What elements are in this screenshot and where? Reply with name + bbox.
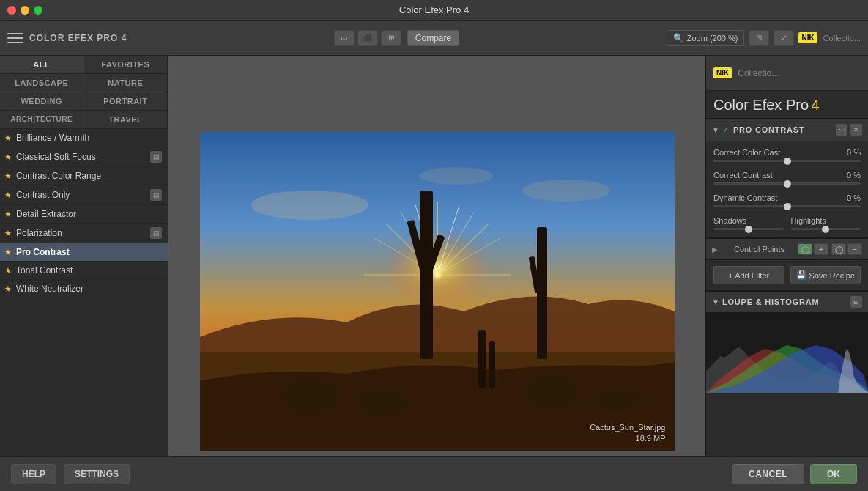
title-bar: Color Efex Pro 4: [0, 0, 868, 21]
dynamic-contrast-value: 0 %: [847, 193, 861, 202]
add-filter-button[interactable]: + Add Filter: [713, 266, 784, 284]
cp-add-group: ◯ +: [798, 243, 828, 255]
svg-point-25: [596, 386, 639, 413]
grid-view-button[interactable]: ⊞: [381, 30, 401, 46]
cp-toggle-button[interactable]: ◯: [798, 243, 812, 255]
filter-name: Polarization: [16, 228, 150, 238]
close-button[interactable]: [7, 6, 16, 15]
hamburger-line-3: [7, 42, 23, 43]
ok-button[interactable]: OK: [810, 464, 857, 484]
save-recipe-button[interactable]: 💾 Save Recipe: [790, 266, 861, 284]
slider-label-row: Correct Color Cast 0 %: [713, 148, 861, 157]
nikon-badge: NIK: [798, 32, 817, 43]
bottom-left-buttons: HELP SETTINGS: [11, 464, 130, 484]
cancel-button[interactable]: CANCEL: [732, 464, 804, 484]
view-options-button[interactable]: ⊡: [749, 30, 769, 46]
star-icon: ★: [4, 284, 12, 294]
correct-contrast-label: Correct Contrast: [713, 171, 773, 180]
cp-add-button[interactable]: +: [814, 243, 828, 255]
image-container: Cactus_Sun_Star.jpg 18.9 MP: [200, 132, 675, 451]
slider-thumb[interactable]: [784, 158, 791, 165]
hamburger-line-2: [7, 37, 23, 39]
filter-item-brilliance[interactable]: ★ Brilliance / Warmth: [0, 129, 168, 147]
panel-version: 4: [811, 97, 819, 113]
loupe-options-button[interactable]: ⊞: [850, 296, 862, 308]
tab-architecture[interactable]: ARCHITECTURE: [0, 111, 84, 129]
svg-rect-21: [489, 341, 495, 388]
toolbar-right: 🔍 Zoom (200 %) ⊡ ⤢ NIK Collectio...: [667, 30, 861, 46]
tab-all[interactable]: ALL: [0, 56, 84, 74]
filter-name: Contrast Color Range: [16, 171, 162, 181]
loupe-collapse-icon: ▼: [712, 298, 719, 306]
pro-contrast-header[interactable]: ▼ ✓ PRO CONTRAST ⋯ ✕: [706, 119, 868, 141]
loupe-header[interactable]: ▼ LOUPE & HISTOGRAM ⊞: [706, 291, 868, 312]
control-points-row: ▶ Control Points ◯ + ◯ −: [706, 238, 868, 259]
control-points-label: Control Points: [734, 245, 784, 254]
svg-rect-20: [478, 330, 486, 388]
filter-name: Classical Soft Focus: [16, 152, 150, 162]
slider-thumb[interactable]: [784, 203, 791, 210]
section-icons: ⋯ ✕: [836, 124, 862, 136]
toolbar-left: COLOR EFEX PRO 4: [7, 32, 127, 45]
histogram: [706, 312, 868, 393]
filter-name: White Neutralizer: [16, 284, 162, 294]
filter-name: Detail Extractor: [16, 209, 162, 219]
slider-thumb[interactable]: [784, 180, 791, 188]
category-tabs: ALL FAVORITES LANDSCAPE NATURE WEDDING P…: [0, 56, 168, 129]
loupe-title: LOUPE & HISTOGRAM: [722, 298, 847, 306]
split-view-button[interactable]: ⬛: [357, 30, 378, 46]
filter-item-pro-contrast[interactable]: ★ Pro Contrast: [0, 243, 168, 262]
section-options-button[interactable]: ⋯: [836, 124, 847, 136]
hamburger-line-1: [7, 33, 23, 34]
filter-item-polarization[interactable]: ★ Polarization ▤: [0, 224, 168, 243]
star-icon: ★: [4, 133, 12, 143]
highlights-slider[interactable]: [791, 228, 861, 230]
filter-item-detail[interactable]: ★ Detail Extractor: [0, 205, 168, 224]
fullscreen-button[interactable]: ⤢: [774, 30, 794, 46]
slider-thumb[interactable]: [822, 226, 829, 233]
shadows-slider[interactable]: [713, 228, 784, 230]
single-view-button[interactable]: ▭: [334, 30, 355, 46]
slider-thumb[interactable]: [745, 226, 752, 233]
shadows-slider-group: Shadows: [713, 216, 784, 230]
compare-button[interactable]: Compare: [407, 30, 459, 46]
correct-contrast-value: 0 %: [847, 171, 861, 180]
control-points-arrow[interactable]: ▶: [712, 246, 718, 254]
tab-portrait[interactable]: PORTRAIT: [84, 92, 168, 111]
svg-point-28: [420, 167, 493, 185]
filter-item-white[interactable]: ★ White Neutralizer: [0, 280, 168, 298]
help-button[interactable]: HELP: [11, 464, 56, 484]
filter-item-tonal[interactable]: ★ Tonal Contrast: [0, 262, 168, 280]
settings-button[interactable]: SETTINGS: [64, 464, 130, 484]
filter-list: ★ Brilliance / Warmth ★ Classical Soft F…: [0, 129, 168, 484]
tab-nature[interactable]: NATURE: [84, 74, 168, 92]
tab-wedding[interactable]: WEDDING: [0, 92, 84, 111]
filter-actions: + Add Filter 💾 Save Recipe: [706, 259, 868, 291]
tab-favorites[interactable]: FAVORITES: [84, 56, 168, 74]
pro-contrast-content: Correct Color Cast 0 % Correct Contrast …: [706, 141, 868, 237]
top-toolbar: COLOR EFEX PRO 4 ▭ ⬛ ⊞ Compare 🔍 Zoom (2…: [0, 21, 868, 56]
image-area: Cactus_Sun_Star.jpg 18.9 MP: [168, 56, 705, 491]
star-icon: ★: [4, 191, 12, 200]
tab-travel[interactable]: TRAVEL: [84, 111, 168, 129]
filter-item-contrast-only[interactable]: ★ Contrast Only ▤: [0, 185, 168, 205]
app-name-label: COLOR EFEX PRO 4: [29, 33, 127, 43]
tab-landscape[interactable]: LANDSCAPE: [0, 74, 84, 92]
correct-color-cast-slider[interactable]: [713, 160, 861, 162]
minimize-button[interactable]: [21, 6, 29, 15]
pro-contrast-section: ▼ ✓ PRO CONTRAST ⋯ ✕ Correct Color Cast …: [706, 119, 868, 238]
menu-button[interactable]: [7, 32, 23, 45]
bottom-right-buttons: CANCEL OK: [732, 464, 857, 484]
cp-remove-button[interactable]: −: [847, 243, 862, 255]
section-close-button[interactable]: ✕: [850, 124, 862, 136]
filter-badge: ▤: [150, 227, 162, 239]
correct-contrast-slider[interactable]: [713, 182, 861, 185]
dynamic-contrast-slider[interactable]: [713, 205, 861, 207]
maximize-button[interactable]: [34, 6, 42, 15]
cp-remove-toggle-button[interactable]: ◯: [831, 243, 846, 255]
filter-item-classical[interactable]: ★ Classical Soft Focus ▤: [0, 147, 168, 167]
filter-item-contrast-color[interactable]: ★ Contrast Color Range: [0, 167, 168, 185]
correct-color-cast-row: Correct Color Cast 0 %: [713, 148, 861, 162]
traffic-lights: [7, 6, 42, 15]
svg-point-23: [357, 388, 409, 418]
